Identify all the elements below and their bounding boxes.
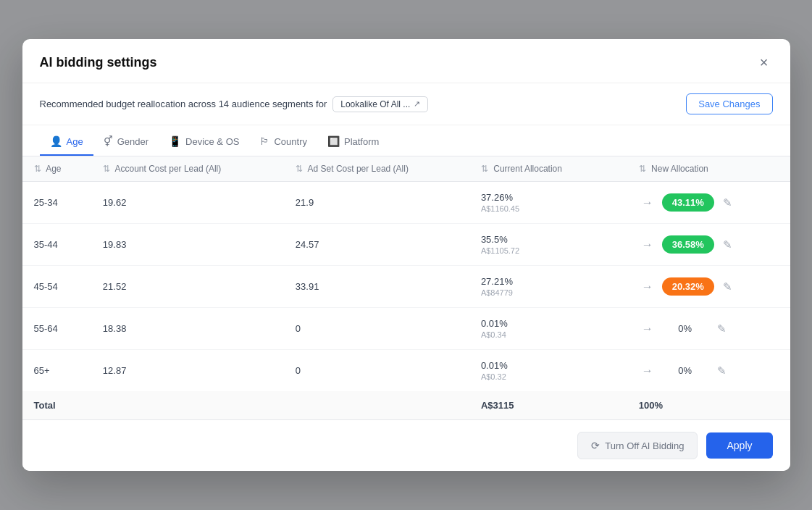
cell-age-4: 65+ [22, 350, 91, 392]
total-adset-cost [284, 391, 469, 419]
modal-subheader: Recommended budget reallocation across 1… [22, 83, 790, 125]
sort-icon-account: ⇅ [103, 164, 110, 174]
total-account-cost [91, 391, 284, 419]
col-adset-cost[interactable]: ⇅ Ad Set Cost per Lead (All) [284, 156, 469, 182]
total-row: Total A$3115 100% [22, 391, 790, 419]
sort-icon-age: ⇅ [34, 164, 41, 174]
modal-title: AI bidding settings [40, 55, 157, 70]
col-account-cost[interactable]: ⇅ Account Cost per Lead (All) [91, 156, 284, 182]
cell-age-0: 25-34 [22, 182, 91, 224]
table-row: 35-44 19.83 24.57 35.5% A$1105.72 → 36.5… [22, 224, 790, 266]
age-tab-icon: 👤 [50, 135, 62, 147]
cell-current-alloc-3: 0.01% A$0.34 [469, 308, 627, 350]
total-label: Total [22, 391, 91, 419]
arrow-icon-0: → [639, 196, 656, 209]
edit-icon-1[interactable]: ✎ [720, 237, 735, 253]
table-row: 55-64 18.38 0 0.01% A$0.34 → 0% ✎ [22, 308, 790, 350]
turn-off-button[interactable]: ⟳ Turn Off AI Bidding [577, 432, 698, 459]
col-age[interactable]: ⇅ Age [22, 156, 91, 182]
cell-account-cost-2: 21.52 [91, 266, 284, 308]
sort-icon-current: ⇅ [481, 164, 488, 174]
tabs-bar: 👤 Age ⚥ Gender 📱 Device & OS 🏳 Country 🔲… [22, 128, 790, 156]
arrow-icon-1: → [639, 238, 656, 251]
cell-current-alloc-4: 0.01% A$0.32 [469, 350, 627, 392]
platform-tab-icon: 🔲 [327, 135, 340, 147]
edit-icon-3[interactable]: ✎ [714, 321, 729, 337]
turn-off-label: Turn Off AI Bidding [605, 440, 684, 451]
col-current-alloc[interactable]: ⇅ Current Allocation [469, 156, 627, 182]
tab-age[interactable]: 👤 Age [40, 128, 93, 156]
table-row: 65+ 12.87 0 0.01% A$0.32 → 0% ✎ [22, 350, 790, 392]
cell-age-2: 45-54 [22, 266, 91, 308]
edit-icon-4[interactable]: ✎ [714, 363, 729, 379]
table-header-row: ⇅ Age ⇅ Account Cost per Lead (All) ⇅ Ad… [22, 156, 790, 182]
cell-new-alloc-2: → 20.32% ✎ [627, 266, 790, 308]
new-alloc-badge-3: 0% [662, 319, 708, 338]
cell-adset-cost-0: 21.9 [284, 182, 469, 224]
cell-adset-cost-4: 0 [284, 350, 469, 392]
cell-account-cost-3: 18.38 [91, 308, 284, 350]
arrow-icon-2: → [639, 280, 656, 293]
edit-icon-0[interactable]: ✎ [720, 195, 735, 211]
table-row: 25-34 19.62 21.9 37.26% A$1160.45 → 43.1… [22, 182, 790, 224]
ai-bidding-modal: AI bidding settings × Recommended budget… [22, 39, 790, 471]
sort-icon-adset: ⇅ [296, 164, 303, 174]
cell-age-3: 55-64 [22, 308, 91, 350]
tab-gender-label: Gender [117, 136, 148, 147]
campaign-link[interactable]: Lookalike Of All ... ↗ [332, 96, 428, 112]
save-changes-button[interactable]: Save Changes [686, 93, 772, 114]
close-button[interactable]: × [756, 54, 773, 71]
cell-new-alloc-4: → 0% ✎ [627, 350, 790, 392]
country-tab-icon: 🏳 [259, 135, 269, 147]
arrow-icon-4: → [639, 364, 656, 377]
edit-icon-2[interactable]: ✎ [720, 279, 735, 295]
new-alloc-badge-1: 36.58% [662, 235, 714, 254]
modal-header: AI bidding settings × [22, 39, 790, 83]
apply-button[interactable]: Apply [706, 432, 772, 459]
sort-icon-new: ⇅ [639, 164, 646, 174]
table-row: 45-54 21.52 33.91 27.21% A$84779 → 20.32… [22, 266, 790, 308]
subheader-left: Recommended budget reallocation across 1… [40, 96, 429, 112]
tab-country-label: Country [274, 136, 307, 147]
cell-adset-cost-2: 33.91 [284, 266, 469, 308]
cell-new-alloc-0: → 43.11% ✎ [627, 182, 790, 224]
total-new: 100% [627, 391, 790, 419]
cell-account-cost-4: 12.87 [91, 350, 284, 392]
spinner-icon: ⟳ [591, 440, 600, 451]
cell-age-1: 35-44 [22, 224, 91, 266]
cell-adset-cost-1: 24.57 [284, 224, 469, 266]
campaign-name: Lookalike Of All ... [340, 99, 410, 109]
allocation-table: ⇅ Age ⇅ Account Cost per Lead (All) ⇅ Ad… [22, 156, 790, 419]
total-current: A$3115 [469, 391, 627, 419]
cell-account-cost-0: 19.62 [91, 182, 284, 224]
cell-current-alloc-0: 37.26% A$1160.45 [469, 182, 627, 224]
cell-adset-cost-3: 0 [284, 308, 469, 350]
recommendation-text: Recommended budget reallocation across 1… [40, 99, 327, 109]
cell-new-alloc-1: → 36.58% ✎ [627, 224, 790, 266]
tab-platform[interactable]: 🔲 Platform [317, 128, 389, 156]
new-alloc-badge-0: 43.11% [662, 193, 714, 212]
tab-device-os[interactable]: 📱 Device & OS [159, 128, 249, 156]
tab-country[interactable]: 🏳 Country [249, 128, 317, 156]
arrow-icon-3: → [639, 322, 656, 335]
tab-platform-label: Platform [344, 136, 379, 147]
gender-tab-icon: ⚥ [104, 135, 113, 147]
cell-account-cost-1: 19.83 [91, 224, 284, 266]
cell-current-alloc-1: 35.5% A$1105.72 [469, 224, 627, 266]
cell-current-alloc-2: 27.21% A$84779 [469, 266, 627, 308]
new-alloc-badge-4: 0% [662, 361, 708, 380]
tab-age-label: Age [67, 136, 83, 147]
external-link-icon: ↗ [414, 99, 420, 109]
device-tab-icon: 📱 [169, 135, 181, 147]
tab-device-label: Device & OS [185, 136, 239, 147]
modal-footer: ⟳ Turn Off AI Bidding Apply [22, 419, 790, 471]
tab-gender[interactable]: ⚥ Gender [93, 128, 159, 156]
new-alloc-badge-2: 20.32% [662, 277, 714, 296]
cell-new-alloc-3: → 0% ✎ [627, 308, 790, 350]
modal-overlay: AI bidding settings × Recommended budget… [0, 0, 812, 510]
col-new-alloc[interactable]: ⇅ New Allocation [627, 156, 790, 182]
data-table-container: ⇅ Age ⇅ Account Cost per Lead (All) ⇅ Ad… [22, 156, 790, 419]
